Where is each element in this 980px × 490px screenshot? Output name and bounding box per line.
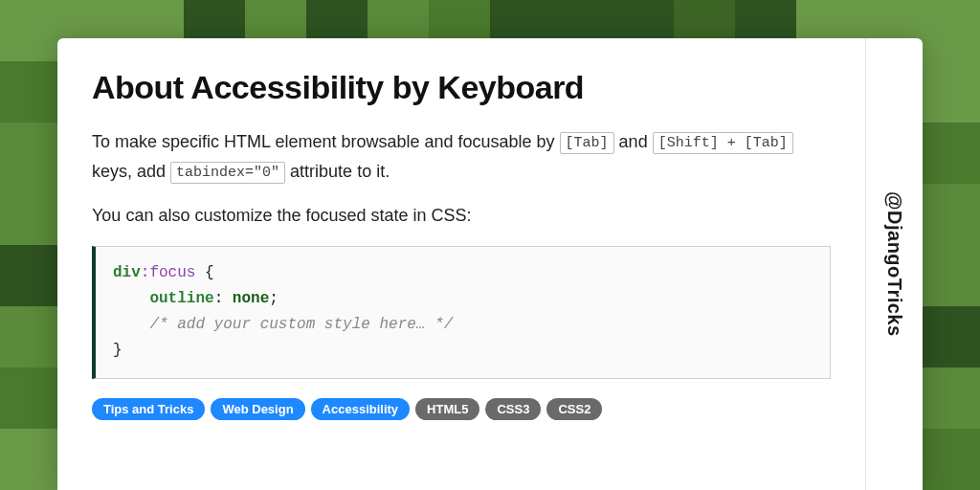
tag-css2[interactable]: CSS2 — [546, 398, 602, 421]
code-comment: /* add your custom style here… */ — [149, 316, 453, 333]
tag-accessibility[interactable]: Accessibility — [311, 398, 411, 421]
code-indent — [113, 290, 149, 307]
tag-tips-and-tricks[interactable]: Tips and Tricks — [92, 398, 205, 421]
code-value: none — [233, 290, 269, 307]
kbd-tabindex: tabindex="0" — [170, 162, 285, 184]
code-brace-open: { — [195, 264, 213, 281]
css-intro-paragraph: You can also customize the focused state… — [92, 201, 831, 231]
text: To make specific HTML element browsable … — [92, 132, 560, 151]
code-brace-close: } — [113, 342, 122, 359]
tag-web-design[interactable]: Web Design — [211, 398, 304, 421]
text: keys, add — [92, 162, 170, 181]
code-semicolon: ; — [269, 290, 278, 307]
tag-row: Tips and Tricks Web Design Accessibility… — [92, 398, 831, 421]
kbd-tab: [Tab] — [560, 132, 614, 154]
kbd-shift-tab: [Shift] + [Tab] — [653, 132, 793, 154]
code-pseudo: :focus — [141, 264, 196, 281]
code-indent — [113, 316, 149, 333]
code-colon: : — [214, 290, 233, 307]
code-property: outline — [149, 290, 213, 307]
text: and — [619, 132, 653, 151]
text: attribute to it. — [290, 162, 390, 181]
tag-html5[interactable]: HTML5 — [415, 398, 479, 421]
intro-paragraph: To make specific HTML element browsable … — [92, 127, 831, 186]
sidebar: @DjangoTricks — [865, 38, 923, 490]
tag-css3[interactable]: CSS3 — [485, 398, 541, 421]
main-column: About Accessibility by Keyboard To make … — [57, 38, 865, 490]
code-selector: div — [113, 264, 141, 281]
code-block: div:focus { outline: none; /* add your c… — [92, 246, 831, 379]
author-handle[interactable]: @DjangoTricks — [883, 191, 905, 337]
page-title: About Accessibility by Keyboard — [92, 69, 831, 106]
content-card: About Accessibility by Keyboard To make … — [57, 38, 923, 490]
